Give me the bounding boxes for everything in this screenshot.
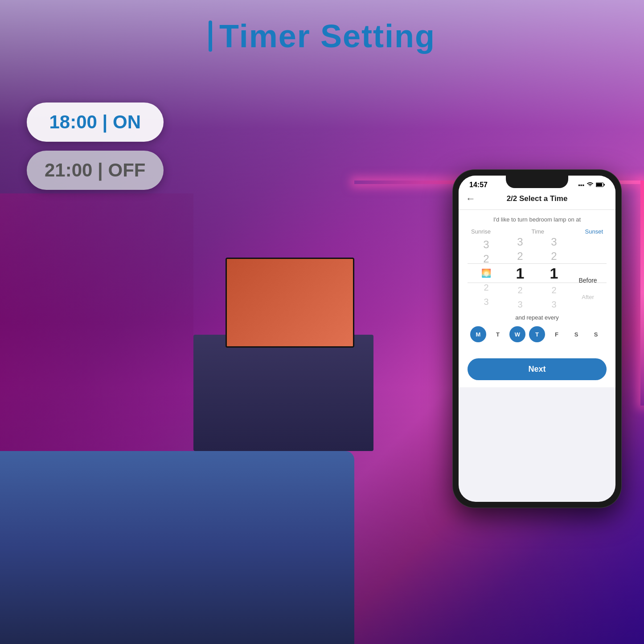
app-header: ← 2/2 Select a Time xyxy=(459,191,615,210)
status-icons: ▪▪▪ xyxy=(578,182,605,189)
picker-c3-3-bot: 3 xyxy=(551,297,556,309)
svg-rect-1 xyxy=(596,183,602,186)
title-bar-decoration xyxy=(209,21,212,52)
picker-c3-3-top: 3 xyxy=(551,238,557,249)
timer-on-badge: 18:00 | ON xyxy=(27,103,164,142)
timer-off-label: 21:00 | OFF xyxy=(45,160,146,180)
picker-c1-3-bot: 3 xyxy=(484,295,488,309)
picker-c2-2-top: 2 xyxy=(517,249,523,263)
repeat-label: and repeat every xyxy=(468,309,607,324)
picker-label-after: After xyxy=(582,290,594,304)
day-selector: M T W T F xyxy=(468,324,607,349)
picker-col-1: 3 2 🌅 2 3 xyxy=(469,238,503,309)
picker-c3-2-top: 2 xyxy=(551,249,557,263)
picker-c1-3-top: 3 xyxy=(483,238,489,252)
picker-c2-3-top: 3 xyxy=(517,238,523,249)
day-sunday[interactable]: S xyxy=(588,326,604,342)
timer-on-label: 18:00 | ON xyxy=(49,111,141,132)
picker-c1-2-top: 2 xyxy=(483,252,489,266)
battery-icon xyxy=(596,182,605,189)
phone-mockup: 14:57 ▪▪▪ xyxy=(452,169,622,508)
picker-label-time: Time xyxy=(532,228,544,235)
picker-label-sunrise: Sunrise xyxy=(471,228,491,235)
wifi-icon xyxy=(587,182,594,189)
timer-badges: 18:00 | ON 21:00 | OFF xyxy=(27,103,164,190)
picker-col-4: Before After xyxy=(571,242,605,304)
app-body: I'd like to turn bedroom lamp on at Sunr… xyxy=(459,210,615,349)
picker-c3-2-bot: 2 xyxy=(551,283,556,297)
signal-icon: ▪▪▪ xyxy=(578,182,584,189)
picker-c2-2-bot: 2 xyxy=(517,283,522,297)
back-button[interactable]: ← xyxy=(466,193,476,205)
phone-outer: 14:57 ▪▪▪ xyxy=(452,169,622,508)
picker-c1-2-bot: 2 xyxy=(484,280,488,295)
next-button-area: Next xyxy=(459,349,615,387)
timer-off-badge: 21:00 | OFF xyxy=(27,151,164,190)
status-time: 14:57 xyxy=(469,181,488,189)
main-content: Timer Setting 18:00 | ON 21:00 | OFF 14:… xyxy=(0,0,644,644)
picker-c2-selected: 1 xyxy=(516,263,525,283)
picker-label-sunset: Sunset xyxy=(585,228,603,235)
svg-rect-2 xyxy=(604,184,605,185)
picker-col-3: 3 2 1 2 3 xyxy=(537,238,571,309)
day-saturday[interactable]: S xyxy=(568,326,584,342)
time-picker-header: Sunrise Time Sunset xyxy=(468,226,607,238)
subtitle-text: I'd like to turn bedroom lamp on at xyxy=(468,210,607,226)
phone-notch xyxy=(506,176,568,188)
picker-c2-3-bot: 3 xyxy=(517,297,522,309)
title-bar: Timer Setting xyxy=(209,18,435,54)
phone-screen: 14:57 ▪▪▪ xyxy=(459,176,615,502)
day-tuesday[interactable]: T xyxy=(490,326,506,342)
scroll-picker[interactable]: 3 2 🌅 2 3 3 2 1 xyxy=(468,238,607,309)
picker-c3-selected: 1 xyxy=(550,263,558,283)
picker-col-2: 3 2 1 2 3 xyxy=(503,238,537,309)
sunrise-icon: 🌅 xyxy=(481,266,491,280)
day-wednesday[interactable]: W xyxy=(509,326,525,342)
title-section: Timer Setting xyxy=(0,0,644,54)
app-header-title: 2/2 Select a Time xyxy=(507,194,568,203)
day-thursday[interactable]: T xyxy=(529,326,545,342)
day-monday[interactable]: M xyxy=(470,326,486,342)
day-friday[interactable]: F xyxy=(549,326,565,342)
page-title: Timer Setting xyxy=(219,18,435,54)
next-button[interactable]: Next xyxy=(468,358,607,380)
picker-label-before: Before xyxy=(578,271,597,290)
